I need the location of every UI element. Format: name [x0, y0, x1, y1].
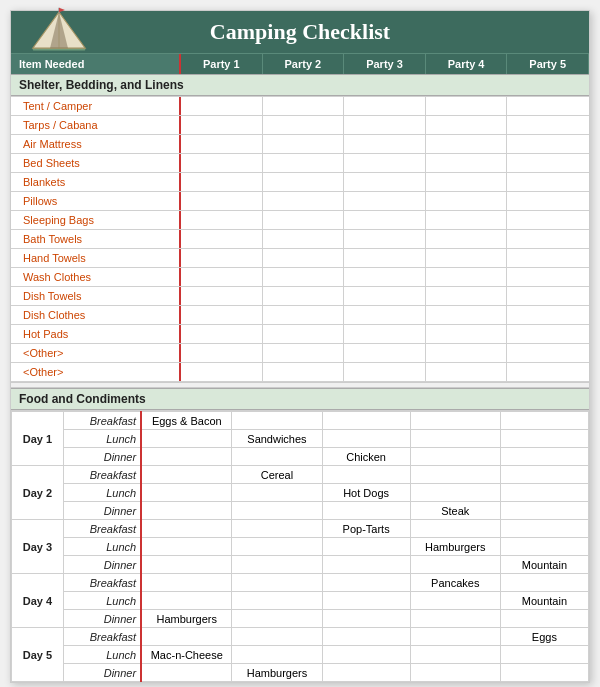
food-cell[interactable] [500, 484, 588, 502]
food-cell[interactable] [500, 448, 588, 466]
food-cell[interactable]: Hot Dogs [322, 484, 410, 502]
shelter-cell[interactable] [344, 192, 426, 210]
food-cell[interactable] [500, 610, 588, 628]
food-cell[interactable] [322, 412, 410, 430]
food-cell[interactable]: Steak [410, 502, 500, 520]
food-cell[interactable] [232, 412, 322, 430]
food-cell[interactable]: Eggs & Bacon [141, 412, 232, 430]
shelter-cell[interactable] [181, 268, 263, 286]
food-cell[interactable] [500, 412, 588, 430]
food-cell[interactable] [410, 430, 500, 448]
shelter-cell[interactable] [426, 230, 508, 248]
food-cell[interactable] [410, 646, 500, 664]
food-cell[interactable]: Mountain [500, 556, 588, 574]
shelter-cell[interactable] [426, 268, 508, 286]
shelter-cell[interactable] [344, 306, 426, 324]
shelter-cell[interactable] [263, 211, 345, 229]
food-cell[interactable] [232, 556, 322, 574]
shelter-cell[interactable] [263, 306, 345, 324]
shelter-cell[interactable] [263, 325, 345, 343]
food-cell[interactable] [500, 646, 588, 664]
food-cell[interactable] [232, 610, 322, 628]
shelter-cell[interactable] [263, 344, 345, 362]
food-cell[interactable] [322, 430, 410, 448]
food-cell[interactable] [232, 448, 322, 466]
food-cell[interactable] [410, 448, 500, 466]
shelter-cell[interactable] [263, 249, 345, 267]
shelter-cell[interactable] [344, 363, 426, 381]
shelter-cell[interactable] [426, 154, 508, 172]
shelter-cell[interactable] [181, 325, 263, 343]
shelter-cell[interactable] [426, 173, 508, 191]
shelter-cell[interactable] [507, 363, 589, 381]
food-cell[interactable]: Pop-Tarts [322, 520, 410, 538]
shelter-cell[interactable] [344, 344, 426, 362]
shelter-cell[interactable] [181, 173, 263, 191]
shelter-cell[interactable] [263, 173, 345, 191]
food-cell[interactable] [141, 430, 232, 448]
food-cell[interactable] [410, 610, 500, 628]
shelter-cell[interactable] [426, 344, 508, 362]
shelter-cell[interactable] [426, 287, 508, 305]
shelter-cell[interactable] [263, 230, 345, 248]
food-cell[interactable] [322, 664, 410, 682]
shelter-cell[interactable] [344, 249, 426, 267]
shelter-cell[interactable] [344, 268, 426, 286]
shelter-cell[interactable] [426, 325, 508, 343]
shelter-cell[interactable] [426, 192, 508, 210]
shelter-cell[interactable] [263, 287, 345, 305]
food-cell[interactable] [410, 556, 500, 574]
food-cell[interactable] [141, 538, 232, 556]
shelter-cell[interactable] [507, 306, 589, 324]
food-cell[interactable] [500, 520, 588, 538]
shelter-cell[interactable] [507, 344, 589, 362]
food-cell[interactable] [500, 430, 588, 448]
shelter-cell[interactable] [181, 230, 263, 248]
food-cell[interactable] [410, 628, 500, 646]
food-cell[interactable] [141, 466, 232, 484]
food-cell[interactable] [500, 574, 588, 592]
shelter-cell[interactable] [507, 173, 589, 191]
food-cell[interactable] [232, 502, 322, 520]
food-cell[interactable] [322, 466, 410, 484]
food-cell[interactable] [500, 466, 588, 484]
shelter-cell[interactable] [344, 211, 426, 229]
food-cell[interactable] [500, 502, 588, 520]
shelter-cell[interactable] [181, 192, 263, 210]
food-cell[interactable] [141, 520, 232, 538]
shelter-cell[interactable] [263, 192, 345, 210]
shelter-cell[interactable] [181, 154, 263, 172]
shelter-cell[interactable] [181, 344, 263, 362]
food-cell[interactable] [141, 448, 232, 466]
shelter-cell[interactable] [507, 116, 589, 134]
shelter-cell[interactable] [344, 116, 426, 134]
shelter-cell[interactable] [426, 211, 508, 229]
food-cell[interactable] [322, 610, 410, 628]
shelter-cell[interactable] [507, 249, 589, 267]
shelter-cell[interactable] [507, 230, 589, 248]
food-cell[interactable] [322, 556, 410, 574]
food-cell[interactable] [141, 484, 232, 502]
shelter-cell[interactable] [263, 363, 345, 381]
food-cell[interactable] [410, 664, 500, 682]
shelter-cell[interactable] [426, 249, 508, 267]
shelter-cell[interactable] [507, 268, 589, 286]
shelter-cell[interactable] [181, 287, 263, 305]
shelter-cell[interactable] [426, 363, 508, 381]
shelter-cell[interactable] [344, 325, 426, 343]
food-cell[interactable] [410, 466, 500, 484]
food-cell[interactable] [410, 592, 500, 610]
shelter-cell[interactable] [181, 211, 263, 229]
food-cell[interactable] [232, 538, 322, 556]
shelter-cell[interactable] [507, 325, 589, 343]
shelter-cell[interactable] [181, 363, 263, 381]
shelter-cell[interactable] [181, 249, 263, 267]
shelter-cell[interactable] [344, 97, 426, 115]
shelter-cell[interactable] [263, 97, 345, 115]
food-cell[interactable] [410, 412, 500, 430]
shelter-cell[interactable] [507, 287, 589, 305]
food-cell[interactable]: Eggs [500, 628, 588, 646]
food-cell[interactable] [141, 664, 232, 682]
food-cell[interactable]: Mac-n-Cheese [141, 646, 232, 664]
food-cell[interactable] [141, 556, 232, 574]
